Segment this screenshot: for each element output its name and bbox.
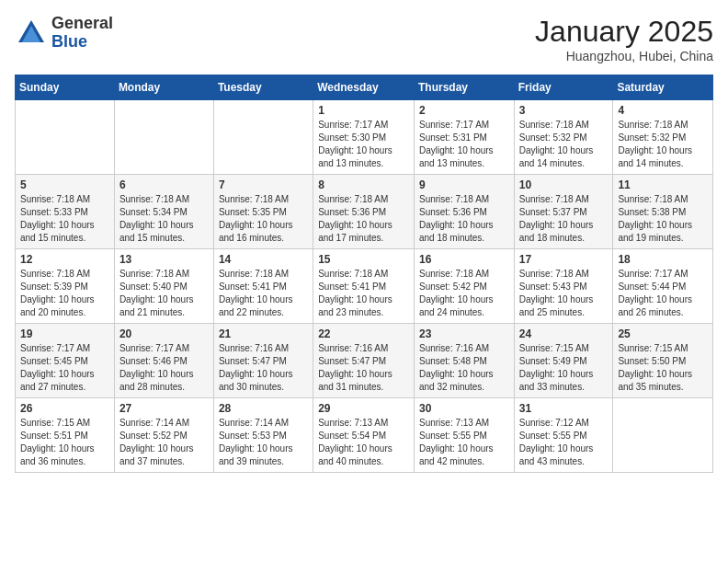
day-detail: Sunrise: 7:18 AMSunset: 5:36 PMDaylight:… bbox=[419, 193, 509, 245]
weekday-header: Monday bbox=[114, 75, 213, 100]
day-number: 5 bbox=[20, 178, 109, 191]
day-number: 18 bbox=[618, 253, 708, 266]
day-number: 29 bbox=[318, 402, 409, 415]
calendar-cell: 13Sunrise: 7:18 AMSunset: 5:40 PMDayligh… bbox=[114, 249, 213, 324]
calendar-week-row: 26Sunrise: 7:15 AMSunset: 5:51 PMDayligh… bbox=[16, 398, 713, 473]
calendar-cell: 21Sunrise: 7:16 AMSunset: 5:47 PMDayligh… bbox=[213, 324, 313, 398]
calendar-cell: 28Sunrise: 7:14 AMSunset: 5:53 PMDayligh… bbox=[213, 398, 313, 473]
weekday-header: Sunday bbox=[16, 75, 115, 100]
calendar-cell: 16Sunrise: 7:18 AMSunset: 5:42 PMDayligh… bbox=[414, 249, 514, 324]
weekday-header: Tuesday bbox=[213, 75, 313, 100]
day-detail: Sunrise: 7:14 AMSunset: 5:53 PMDaylight:… bbox=[219, 417, 308, 468]
day-number: 2 bbox=[419, 104, 509, 117]
day-detail: Sunrise: 7:18 AMSunset: 5:41 PMDaylight:… bbox=[219, 268, 308, 319]
day-number: 25 bbox=[618, 327, 708, 340]
day-number: 4 bbox=[618, 104, 708, 117]
day-detail: Sunrise: 7:18 AMSunset: 5:41 PMDaylight:… bbox=[318, 268, 409, 319]
logo: General Blue bbox=[15, 15, 113, 52]
day-detail: Sunrise: 7:18 AMSunset: 5:38 PMDaylight:… bbox=[618, 193, 708, 245]
calendar-cell: 25Sunrise: 7:15 AMSunset: 5:50 PMDayligh… bbox=[613, 324, 713, 398]
day-number: 1 bbox=[318, 104, 409, 117]
calendar-cell: 22Sunrise: 7:16 AMSunset: 5:47 PMDayligh… bbox=[313, 324, 415, 398]
day-number: 27 bbox=[119, 402, 209, 415]
day-number: 20 bbox=[119, 327, 209, 340]
logo-icon bbox=[15, 17, 48, 50]
day-number: 23 bbox=[419, 327, 509, 340]
day-detail: Sunrise: 7:17 AMSunset: 5:46 PMDaylight:… bbox=[119, 342, 209, 394]
day-detail: Sunrise: 7:15 AMSunset: 5:50 PMDaylight:… bbox=[618, 342, 708, 394]
calendar-week-row: 5Sunrise: 7:18 AMSunset: 5:33 PMDaylight… bbox=[16, 175, 713, 249]
calendar-cell: 1Sunrise: 7:17 AMSunset: 5:30 PMDaylight… bbox=[313, 100, 415, 175]
calendar: SundayMondayTuesdayWednesdayThursdayFrid… bbox=[15, 75, 713, 473]
calendar-week-row: 1Sunrise: 7:17 AMSunset: 5:30 PMDaylight… bbox=[16, 100, 713, 175]
day-number: 12 bbox=[20, 253, 109, 266]
weekday-header: Saturday bbox=[613, 75, 713, 100]
day-number: 19 bbox=[20, 327, 109, 340]
weekday-header: Wednesday bbox=[313, 75, 415, 100]
calendar-cell: 24Sunrise: 7:15 AMSunset: 5:49 PMDayligh… bbox=[514, 324, 613, 398]
day-detail: Sunrise: 7:18 AMSunset: 5:43 PMDaylight:… bbox=[519, 268, 609, 319]
day-number: 10 bbox=[519, 178, 609, 191]
calendar-cell: 2Sunrise: 7:17 AMSunset: 5:31 PMDaylight… bbox=[414, 100, 514, 175]
day-number: 28 bbox=[219, 402, 308, 415]
logo-blue: Blue bbox=[51, 33, 113, 52]
day-number: 3 bbox=[519, 104, 609, 117]
day-detail: Sunrise: 7:16 AMSunset: 5:47 PMDaylight:… bbox=[219, 342, 308, 394]
calendar-cell bbox=[114, 100, 213, 175]
calendar-cell: 20Sunrise: 7:17 AMSunset: 5:46 PMDayligh… bbox=[114, 324, 213, 398]
day-detail: Sunrise: 7:17 AMSunset: 5:30 PMDaylight:… bbox=[318, 119, 409, 170]
day-number: 6 bbox=[119, 178, 209, 191]
day-number: 24 bbox=[519, 327, 609, 340]
day-detail: Sunrise: 7:18 AMSunset: 5:34 PMDaylight:… bbox=[119, 193, 209, 245]
day-number: 26 bbox=[20, 402, 109, 415]
day-number: 30 bbox=[419, 402, 509, 415]
calendar-cell: 19Sunrise: 7:17 AMSunset: 5:45 PMDayligh… bbox=[16, 324, 115, 398]
day-number: 7 bbox=[219, 178, 308, 191]
calendar-cell: 14Sunrise: 7:18 AMSunset: 5:41 PMDayligh… bbox=[213, 249, 313, 324]
title-section: January 2025 Huangzhou, Hubei, China bbox=[535, 15, 713, 63]
day-detail: Sunrise: 7:15 AMSunset: 5:51 PMDaylight:… bbox=[20, 417, 109, 468]
logo-text: General Blue bbox=[51, 15, 113, 52]
calendar-cell: 11Sunrise: 7:18 AMSunset: 5:38 PMDayligh… bbox=[613, 175, 713, 249]
month-title: January 2025 bbox=[535, 15, 713, 49]
calendar-cell: 7Sunrise: 7:18 AMSunset: 5:35 PMDaylight… bbox=[213, 175, 313, 249]
day-detail: Sunrise: 7:18 AMSunset: 5:35 PMDaylight:… bbox=[219, 193, 308, 245]
day-detail: Sunrise: 7:13 AMSunset: 5:55 PMDaylight:… bbox=[419, 417, 509, 468]
calendar-cell bbox=[613, 398, 713, 473]
calendar-cell: 17Sunrise: 7:18 AMSunset: 5:43 PMDayligh… bbox=[514, 249, 613, 324]
calendar-cell bbox=[16, 100, 115, 175]
calendar-cell: 31Sunrise: 7:12 AMSunset: 5:55 PMDayligh… bbox=[514, 398, 613, 473]
calendar-cell: 5Sunrise: 7:18 AMSunset: 5:33 PMDaylight… bbox=[16, 175, 115, 249]
calendar-cell: 30Sunrise: 7:13 AMSunset: 5:55 PMDayligh… bbox=[414, 398, 514, 473]
calendar-cell bbox=[213, 100, 313, 175]
calendar-cell: 9Sunrise: 7:18 AMSunset: 5:36 PMDaylight… bbox=[414, 175, 514, 249]
day-detail: Sunrise: 7:16 AMSunset: 5:47 PMDaylight:… bbox=[318, 342, 409, 394]
calendar-cell: 6Sunrise: 7:18 AMSunset: 5:34 PMDaylight… bbox=[114, 175, 213, 249]
day-detail: Sunrise: 7:17 AMSunset: 5:31 PMDaylight:… bbox=[419, 119, 509, 170]
day-detail: Sunrise: 7:18 AMSunset: 5:36 PMDaylight:… bbox=[318, 193, 409, 245]
calendar-cell: 26Sunrise: 7:15 AMSunset: 5:51 PMDayligh… bbox=[16, 398, 115, 473]
day-detail: Sunrise: 7:13 AMSunset: 5:54 PMDaylight:… bbox=[318, 417, 409, 468]
calendar-cell: 3Sunrise: 7:18 AMSunset: 5:32 PMDaylight… bbox=[514, 100, 613, 175]
day-detail: Sunrise: 7:16 AMSunset: 5:48 PMDaylight:… bbox=[419, 342, 509, 394]
day-number: 11 bbox=[618, 178, 708, 191]
day-detail: Sunrise: 7:18 AMSunset: 5:40 PMDaylight:… bbox=[119, 268, 209, 319]
calendar-cell: 15Sunrise: 7:18 AMSunset: 5:41 PMDayligh… bbox=[313, 249, 415, 324]
calendar-cell: 29Sunrise: 7:13 AMSunset: 5:54 PMDayligh… bbox=[313, 398, 415, 473]
day-detail: Sunrise: 7:17 AMSunset: 5:45 PMDaylight:… bbox=[20, 342, 109, 394]
day-number: 17 bbox=[519, 253, 609, 266]
day-detail: Sunrise: 7:18 AMSunset: 5:32 PMDaylight:… bbox=[519, 119, 609, 170]
day-detail: Sunrise: 7:12 AMSunset: 5:55 PMDaylight:… bbox=[519, 417, 609, 468]
calendar-cell: 23Sunrise: 7:16 AMSunset: 5:48 PMDayligh… bbox=[414, 324, 514, 398]
logo-general: General bbox=[51, 15, 113, 33]
day-number: 31 bbox=[519, 402, 609, 415]
day-detail: Sunrise: 7:18 AMSunset: 5:37 PMDaylight:… bbox=[519, 193, 609, 245]
day-number: 14 bbox=[219, 253, 308, 266]
day-detail: Sunrise: 7:18 AMSunset: 5:42 PMDaylight:… bbox=[419, 268, 509, 319]
day-number: 13 bbox=[119, 253, 209, 266]
day-number: 22 bbox=[318, 327, 409, 340]
day-detail: Sunrise: 7:15 AMSunset: 5:49 PMDaylight:… bbox=[519, 342, 609, 394]
day-number: 8 bbox=[318, 178, 409, 191]
calendar-cell: 18Sunrise: 7:17 AMSunset: 5:44 PMDayligh… bbox=[613, 249, 713, 324]
calendar-cell: 10Sunrise: 7:18 AMSunset: 5:37 PMDayligh… bbox=[514, 175, 613, 249]
